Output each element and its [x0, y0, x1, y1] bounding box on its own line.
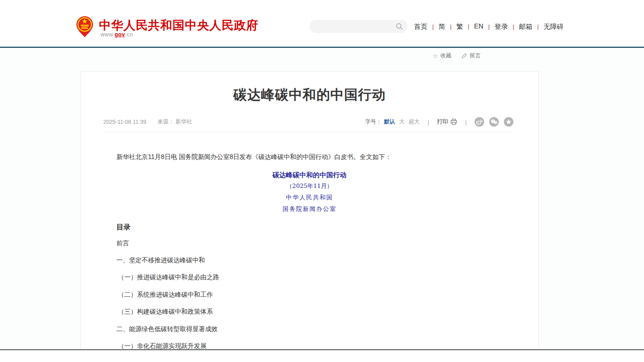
toc-item: （一）推进碳达峰碳中和是必由之路 [116, 273, 219, 282]
source-label: 来源： [157, 118, 174, 125]
source-value: 新华社 [175, 118, 192, 125]
share-buttons [475, 117, 513, 127]
page-actions: ☆ 收藏 留言 [433, 52, 481, 59]
qzone-star-share-icon[interactable] [504, 117, 513, 127]
pencil-icon [462, 53, 467, 59]
nav-simplified[interactable]: 简 [427, 22, 445, 31]
font-size-default-button[interactable]: 默认 [384, 118, 395, 125]
site-header: 中华人民共和国中央人民政府 www.gov.cn 首页 简 繁 EN 登录 邮箱… [0, 0, 644, 47]
font-size-xlarge-button[interactable]: 超大 [408, 118, 420, 125]
favorite-button[interactable]: ☆ 收藏 [433, 52, 451, 59]
nav-mailbox[interactable]: 邮箱 [508, 22, 532, 31]
comment-button[interactable]: 留言 [462, 52, 481, 59]
site-url-gov: gov [114, 31, 125, 38]
meta-divider-line [103, 132, 513, 132]
document-title: 碳达峰碳中和的中国行动 [81, 171, 538, 180]
print-button[interactable]: 打印 [437, 118, 457, 125]
page: 中华人民共和国中央人民政府 www.gov.cn 首页 简 繁 EN 登录 邮箱… [0, 0, 644, 362]
meta-separator: | [465, 119, 467, 125]
article-meta-left: 2025-11-08 11:39 来源： 新华社 [103, 118, 192, 125]
weibo-share-icon[interactable] [475, 117, 484, 127]
nav-login[interactable]: 登录 [483, 22, 508, 31]
article-card: 碳达峰碳中和的中国行动 2025-11-08 11:39 来源： 新华社 字号：… [80, 71, 539, 350]
toc-item: 前言 [116, 239, 129, 248]
search-input[interactable] [316, 23, 396, 30]
source: 来源： 新华社 [157, 118, 192, 125]
search-box[interactable] [310, 20, 408, 33]
star-outline-icon: ☆ [433, 53, 438, 59]
font-size-label: 字号： [365, 118, 382, 125]
nav-english[interactable]: EN [463, 23, 484, 30]
font-size-large-button[interactable]: 大 [399, 118, 405, 125]
site-url-cn: .cn [125, 31, 133, 38]
site-url: www.gov.cn [101, 31, 133, 38]
article-title: 碳达峰碳中和的中国行动 [81, 86, 538, 104]
toc-heading: 目录 [116, 222, 131, 232]
nav-home[interactable]: 首页 [414, 22, 427, 31]
nav-traditional[interactable]: 繁 [445, 22, 463, 31]
toc-item: （三）构建碳达峰碳中和政策体系 [116, 308, 213, 316]
toc-item: 一、坚定不移推进碳达峰碳中和 [116, 256, 205, 265]
nav-accessibility[interactable]: 无障碍 [532, 22, 564, 31]
article-meta-bar: 2025-11-08 11:39 来源： 新华社 字号： 默认 大 超大 | 打… [103, 117, 513, 127]
wechat-share-icon[interactable] [489, 117, 499, 127]
publish-date: 2025-11-08 11:39 [103, 119, 146, 125]
national-emblem-logo [76, 16, 94, 37]
meta-separator: | [427, 119, 429, 125]
lead-paragraph: 新华社北京11月8日电 国务院新闻办公室8日发布《碳达峰碳中和的中国行动》白皮书… [116, 152, 503, 162]
toc-item: 二、能源绿色低碳转型取得显著成效 [116, 325, 218, 334]
favorite-label: 收藏 [440, 52, 451, 59]
below-viewport-area [0, 350, 644, 362]
printer-icon [450, 119, 457, 125]
print-label: 打印 [437, 118, 448, 125]
search-icon[interactable] [396, 23, 403, 30]
article-meta-right: 字号： 默认 大 超大 | 打印 | [365, 117, 513, 127]
document-date: （2025年11月） [81, 182, 538, 190]
comment-label: 留言 [469, 52, 481, 59]
document-org-line1: 中华人民共和国 [81, 194, 538, 201]
document-org-line2: 国务院新闻办公室 [81, 205, 538, 213]
site-url-www: www. [101, 31, 114, 38]
top-nav: 首页 简 繁 EN 登录 邮箱 无障碍 [414, 22, 564, 31]
toc-item: （二）系统推进碳达峰碳中和工作 [116, 291, 213, 299]
